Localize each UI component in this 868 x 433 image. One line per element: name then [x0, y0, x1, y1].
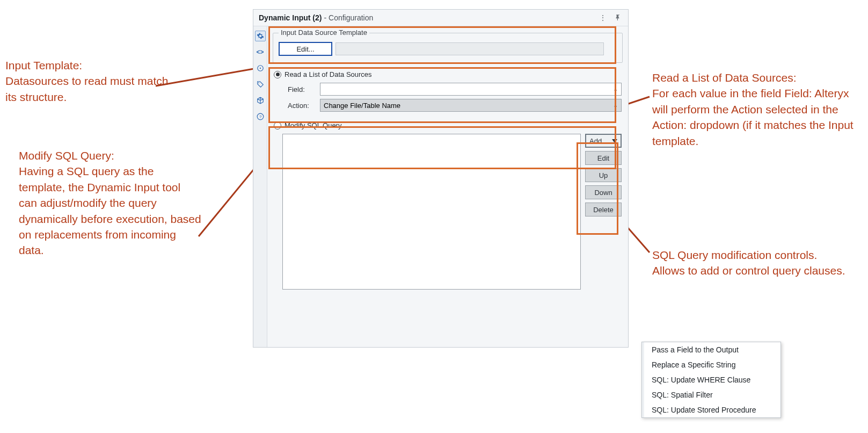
tab-anchor-icon[interactable]: [255, 63, 266, 74]
annotation-text: Modify SQL Query: Having a SQL query as …: [19, 149, 201, 256]
annotation-text: Input Template: Datasources to read must…: [5, 59, 168, 103]
annotation-input-template: Input Template: Datasources to read must…: [5, 57, 177, 105]
radio-unselected-icon: [274, 122, 281, 129]
annotation-text: Read a List of Data Sources: For each va…: [652, 71, 854, 147]
radio-read-list-label: Read a List of Data Sources: [285, 70, 372, 78]
field-label: Field:: [288, 85, 320, 93]
svg-text:?: ?: [259, 114, 261, 119]
menu-item-update-where[interactable]: SQL: Update WHERE Clause: [642, 372, 781, 387]
up-clause-button[interactable]: Up: [585, 168, 622, 182]
annotation-read-list: Read a List of Data Sources: For each va…: [652, 70, 862, 149]
annotation-modify-sql: Modify SQL Query: Having a SQL query as …: [19, 148, 201, 258]
menu-item-stored-proc[interactable]: SQL: Update Stored Procedure: [642, 402, 781, 417]
delete-clause-button[interactable]: Delete: [585, 203, 622, 216]
add-button-label: Add: [589, 137, 602, 145]
panel-header: Dynamic Input (2) - Configuration ⋮: [253, 10, 628, 26]
radio-selected-icon: [274, 71, 281, 78]
tab-help-icon[interactable]: ?: [255, 111, 266, 122]
kebab-icon[interactable]: ⋮: [598, 13, 608, 23]
menu-item-replace-string[interactable]: Replace a Specific String: [642, 357, 781, 372]
radio-modify-sql[interactable]: Modify SQL Query: [274, 121, 622, 129]
annotation-sql-controls: SQL Query modification controls. Allows …: [652, 247, 862, 279]
pin-icon[interactable]: [613, 13, 623, 23]
config-panel: Dynamic Input (2) - Configuration ⋮ <> ?: [253, 9, 629, 348]
edit-template-button[interactable]: Edit...: [279, 42, 332, 56]
menu-item-pass-field[interactable]: Pass a Field to the Output: [642, 342, 781, 357]
field-dropdown[interactable]: ⌄: [320, 83, 622, 96]
sql-clause-list[interactable]: [282, 134, 581, 290]
action-dropdown-value: Change File/Table Name: [324, 102, 400, 110]
radio-modify-sql-label: Modify SQL Query: [285, 121, 341, 129]
add-context-menu: Pass a Field to the Output Replace a Spe…: [641, 342, 781, 418]
annotation-text: SQL Query modification controls. Allows …: [652, 249, 845, 277]
panel-content: Input Data Source Template Edit... Read …: [267, 26, 628, 347]
template-group: Input Data Source Template Edit...: [273, 33, 623, 63]
panel-subtitle: - Configuration: [324, 13, 373, 22]
panel-title: Dynamic Input (2): [259, 13, 322, 22]
modify-sql-section: Modify SQL Query Add Edit Up Down Delete: [273, 119, 623, 292]
add-clause-button[interactable]: Add: [585, 134, 622, 148]
svg-point-9: [259, 68, 260, 69]
action-dropdown[interactable]: Change File/Table Name ⌄: [320, 99, 622, 112]
svg-point-10: [258, 82, 259, 83]
down-clause-button[interactable]: Down: [585, 185, 622, 199]
radio-read-list[interactable]: Read a List of Data Sources: [274, 70, 622, 78]
chevron-down-icon: ⌄: [613, 86, 618, 93]
edit-clause-button[interactable]: Edit: [585, 151, 622, 165]
sql-controls: Add Edit Up Down Delete: [585, 134, 622, 290]
template-group-label: Input Data Source Template: [279, 28, 369, 37]
tab-cube-icon[interactable]: [255, 95, 266, 106]
dropdown-triangle-icon: [612, 139, 617, 143]
tab-xml-icon[interactable]: <>: [255, 47, 266, 57]
read-list-section: Read a List of Data Sources Field: ⌄ Act…: [273, 68, 623, 119]
side-tabs: <> ?: [253, 26, 267, 347]
menu-item-spatial-filter[interactable]: SQL: Spatial Filter: [642, 387, 781, 402]
template-path-field[interactable]: [335, 42, 604, 55]
action-label: Action:: [288, 102, 320, 110]
chevron-down-icon: ⌄: [613, 102, 618, 109]
tab-gear-icon[interactable]: [255, 31, 266, 41]
tab-tag-icon[interactable]: [255, 79, 266, 90]
